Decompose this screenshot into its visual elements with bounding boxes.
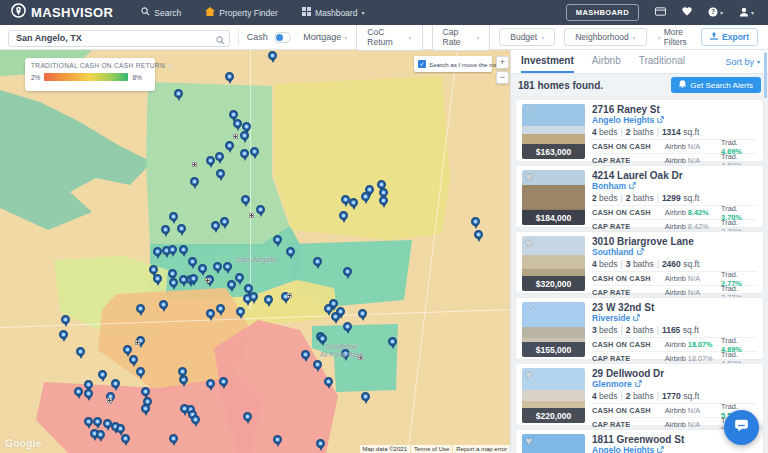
- map-pin[interactable]: [188, 257, 197, 266]
- favorite-heart-icon[interactable]: ♡: [525, 303, 536, 315]
- map-pin[interactable]: [111, 379, 120, 388]
- neighborhood-link[interactable]: Riverside: [592, 313, 757, 324]
- map-pin[interactable]: [242, 122, 251, 131]
- listing-address[interactable]: 2716 Raney St: [592, 104, 757, 115]
- map-pin[interactable]: [153, 247, 162, 256]
- map-pin[interactable]: [153, 274, 162, 283]
- map-pin[interactable]: [141, 404, 150, 413]
- neighborhood-link[interactable]: Angelo Heights: [592, 445, 757, 453]
- map-pin[interactable]: [273, 235, 282, 244]
- map-pin[interactable]: [365, 185, 374, 194]
- map-pin[interactable]: [324, 377, 333, 386]
- account-menu[interactable]: ▾: [739, 7, 754, 19]
- property-photo[interactable]: ♡ $155,000: [522, 302, 585, 357]
- property-photo[interactable]: ♥ $184,000: [522, 170, 585, 225]
- listing-address[interactable]: 23 W 32nd St: [592, 302, 757, 313]
- map-pin[interactable]: [313, 257, 322, 266]
- map-pin[interactable]: [198, 264, 207, 273]
- map-pin[interactable]: [220, 217, 229, 226]
- map-pin[interactable]: [240, 131, 249, 140]
- map-pin[interactable]: [343, 267, 352, 276]
- favorite-heart-icon[interactable]: ♥: [525, 435, 532, 447]
- listing-card[interactable]: ♡ $163,000 2716 Raney St Angelo Heights …: [515, 99, 764, 162]
- map-pin[interactable]: [229, 110, 238, 119]
- map-pin[interactable]: [324, 304, 333, 313]
- map-pin[interactable]: [179, 245, 188, 254]
- listing-card[interactable]: ♡ $155,000 23 W 32nd St Riverside 3 beds…: [515, 297, 764, 360]
- listing-address[interactable]: 29 Dellwood Dr: [592, 368, 757, 379]
- map-pin[interactable]: [123, 345, 132, 354]
- map-pin[interactable]: [388, 337, 397, 346]
- budget-filter[interactable]: Budget▾: [499, 28, 555, 46]
- map-pin[interactable]: [84, 417, 93, 426]
- tab-investment[interactable]: Investment: [521, 50, 574, 73]
- map-pin[interactable]: [191, 415, 200, 424]
- legend-title-row[interactable]: TRADITIONAL CASH ON CASH RETURN ▾: [31, 62, 149, 69]
- card-view-button[interactable]: [655, 7, 666, 18]
- neighborhood-link[interactable]: Southland: [592, 247, 757, 258]
- search-icon[interactable]: [216, 31, 225, 49]
- map-pin[interactable]: [211, 221, 220, 230]
- nav-mashboard[interactable]: Mashboard ▾: [302, 7, 365, 18]
- favorite-heart-icon[interactable]: ♡: [525, 105, 536, 117]
- map-pin[interactable]: [161, 225, 170, 234]
- map-pin[interactable]: [61, 315, 70, 324]
- map-pin[interactable]: [273, 435, 282, 444]
- map-pin[interactable]: [180, 404, 189, 413]
- map-pin[interactable]: [233, 119, 242, 128]
- nav-property-finder[interactable]: Property Finder: [205, 7, 278, 18]
- listing-address[interactable]: 3010 Briargrove Lane: [592, 236, 757, 247]
- chat-bubble-button[interactable]: [724, 410, 759, 445]
- get-search-alerts-button[interactable]: Get Search Alerts: [671, 77, 761, 93]
- map-pin[interactable]: [141, 387, 150, 396]
- listing-address[interactable]: 4214 Laurel Oak Dr: [592, 170, 757, 181]
- map-pin[interactable]: [129, 355, 138, 364]
- map-pin[interactable]: [240, 149, 249, 158]
- map-pin[interactable]: [256, 205, 265, 214]
- map-pin[interactable]: [249, 292, 258, 301]
- terms-link[interactable]: Terms of Use: [411, 445, 452, 453]
- map-pin[interactable]: [206, 156, 215, 165]
- coc-return-filter[interactable]: CoC Return▾: [356, 23, 422, 51]
- map-pin[interactable]: [301, 350, 310, 359]
- tab-traditional[interactable]: Traditional: [639, 50, 685, 73]
- help-menu[interactable]: ? ▾: [708, 7, 723, 19]
- search-input[interactable]: [8, 30, 230, 47]
- more-filters-button[interactable]: ▾ More Filters: [658, 27, 701, 47]
- map-pin[interactable]: [121, 434, 130, 443]
- map-pin[interactable]: [169, 434, 178, 443]
- map-pin[interactable]: [219, 377, 228, 386]
- map-pin[interactable]: [190, 177, 199, 186]
- map[interactable]: San Angelo Goodfellow Air Force Base TRA…: [0, 50, 510, 453]
- report-error-link[interactable]: Report a map error: [453, 445, 510, 453]
- cap-rate-filter[interactable]: Cap Rate▾: [432, 23, 491, 51]
- map-pin[interactable]: [471, 217, 480, 226]
- map-pin[interactable]: [84, 380, 93, 389]
- favorites-button[interactable]: [682, 7, 692, 18]
- map-pin[interactable]: [168, 269, 177, 278]
- favorite-heart-icon[interactable]: ♥: [525, 369, 532, 381]
- property-photo[interactable]: ♥: [522, 434, 585, 453]
- neighborhood-link[interactable]: Bonham: [592, 181, 757, 192]
- neighborhood-link[interactable]: Angelo Heights: [592, 115, 757, 126]
- map-pin[interactable]: [215, 152, 224, 161]
- neighborhood-filter[interactable]: Neighborhood▾: [564, 28, 646, 46]
- map-pin[interactable]: [116, 424, 125, 433]
- map-pin[interactable]: [225, 72, 234, 81]
- map-pin[interactable]: [96, 430, 105, 439]
- search-move-map-control[interactable]: ✓ Search as I move the map: [414, 56, 492, 72]
- checkbox-checked-icon[interactable]: ✓: [418, 60, 426, 68]
- sort-by-dropdown[interactable]: Sort by ▾: [725, 50, 760, 73]
- map-pin[interactable]: [268, 51, 277, 60]
- map-pin[interactable]: [313, 360, 322, 369]
- map-pin[interactable]: [349, 198, 358, 207]
- map-pin[interactable]: [136, 367, 145, 376]
- map-pin[interactable]: [149, 265, 158, 274]
- listing-card[interactable]: ♥ $320,000 3010 Briargrove Lane Southlan…: [515, 231, 764, 294]
- export-button[interactable]: Export: [701, 28, 758, 46]
- zoom-in-button[interactable]: +: [496, 56, 509, 69]
- mortgage-dropdown[interactable]: Mortgage ▾: [303, 32, 347, 42]
- map-pin[interactable]: [59, 330, 68, 339]
- panel-scrollbar[interactable]: [764, 52, 767, 98]
- map-pin[interactable]: [343, 322, 352, 331]
